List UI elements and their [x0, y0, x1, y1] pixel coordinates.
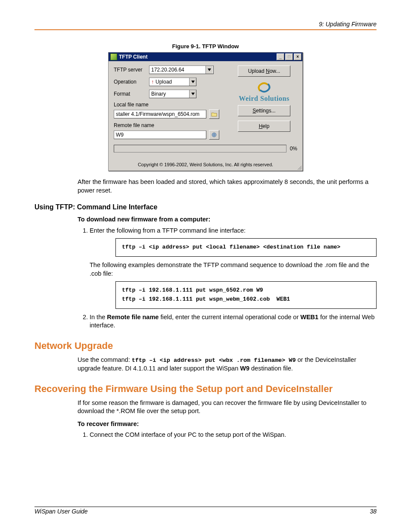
dropdown-arrow-icon[interactable]: [206, 66, 213, 74]
heading-recover-firmware: Recovering the Firmware Using the Setup …: [34, 383, 377, 395]
operation-value: Upload: [156, 79, 172, 85]
page-footer: WiSpan User Guide 38: [34, 507, 377, 515]
tftp-server-combo[interactable]: [149, 65, 214, 74]
titlebar[interactable]: TFTP Client _ □ ×: [109, 53, 302, 61]
help-button[interactable]: Help: [238, 121, 290, 132]
step2-c: field, enter the current internal operat…: [159, 314, 300, 320]
local-file-field[interactable]: [114, 110, 206, 118]
folder-open-icon: [211, 112, 217, 117]
svg-marker-2: [191, 93, 195, 95]
format-label: Format: [114, 91, 149, 97]
settings-button[interactable]: Settings...: [238, 105, 290, 116]
operation-label: Operation: [114, 79, 149, 85]
step-1-text: Enter the following from a TFTP command …: [90, 227, 246, 234]
copyright-text: Copyright © 1996-2002, Weird Solutions, …: [114, 162, 297, 167]
swirl-icon: [255, 81, 273, 94]
format-value: Binary: [149, 91, 189, 97]
vendor-name: Weird Solutions: [232, 95, 296, 103]
local-file-label: Local file name: [114, 102, 149, 108]
remote-file-field[interactable]: [114, 131, 206, 139]
window-title: TFTP Client: [119, 54, 147, 60]
svg-line-5: [299, 167, 302, 170]
progress-bar: [114, 145, 286, 152]
browse-local-button[interactable]: [209, 109, 219, 119]
footer-left: WiSpan User Guide: [34, 508, 88, 515]
progress-percent: 0%: [290, 146, 297, 152]
svg-marker-0: [208, 68, 211, 71]
footer-page-number: 38: [370, 508, 377, 515]
net-c: W9: [240, 365, 249, 372]
lead-download: To download new firmware from a computer…: [78, 215, 377, 224]
svg-line-6: [300, 168, 302, 170]
format-combo[interactable]: Binary: [149, 90, 196, 98]
close-button[interactable]: ×: [294, 53, 302, 60]
browse-remote-button[interactable]: [209, 130, 219, 140]
tftp-server-label: TFTP server: [114, 67, 149, 73]
header-rule: [34, 29, 377, 30]
paragraph-after-load: After the firmware has been loaded and s…: [78, 178, 377, 195]
footer-rule: [34, 507, 377, 507]
net-a: Use the command:: [78, 356, 132, 363]
dropdown-arrow-icon[interactable]: [189, 90, 196, 98]
subhead-cli: Using TFTP: Command Line Interface: [34, 203, 377, 211]
step-1: Enter the following from a TFTP command …: [90, 227, 377, 309]
step-2: In the Remote file name field, enter the…: [90, 313, 377, 330]
after-code-1: The following examples demonstrate the T…: [90, 261, 369, 277]
network-upgrade-paragraph: Use the command: tftp –i <ip address> pu…: [78, 356, 377, 373]
code-box-1: tftp –i <ip address> put <local filename…: [115, 238, 377, 257]
app-icon: [110, 53, 117, 60]
step2-b: Remote file name: [107, 314, 159, 320]
upload-arrow-icon: ↑: [151, 79, 154, 85]
lead-recover: To recover firmware:: [78, 420, 377, 429]
code-box-2: tftp –i 192.168.1.111 put wspn_6502.rom …: [115, 281, 377, 309]
minimize-button[interactable]: _: [277, 53, 284, 60]
upload-now-button[interactable]: Upload Now...: [238, 65, 290, 77]
globe-icon: [211, 132, 217, 137]
tftp-server-input[interactable]: [149, 66, 206, 74]
svg-marker-1: [191, 81, 195, 83]
recover-step-1: Connect the COM interface of your PC to …: [90, 431, 377, 439]
net-code: tftp –i <ip address> put <wbx .rom filen…: [132, 357, 296, 364]
step2-a: In the: [90, 314, 107, 320]
vendor-logo: Weird Solutions: [232, 81, 296, 103]
page-header: 9: Updating Firmware: [34, 21, 377, 29]
figure-caption: Figure 9-1. TFTP Window: [34, 43, 377, 50]
resize-grip-icon[interactable]: [296, 165, 302, 170]
net-d: destination file.: [249, 365, 293, 372]
operation-combo[interactable]: ↑ Upload: [149, 78, 196, 86]
heading-network-upgrade: Network Upgrade: [34, 340, 377, 352]
remote-file-label: Remote file name: [114, 122, 154, 128]
remote-file-input[interactable]: [114, 131, 205, 139]
tftp-client-window: TFTP Client _ □ × TFTP server Operation: [108, 52, 303, 171]
step2-d: WEB1: [300, 314, 318, 320]
maximize-button: □: [285, 53, 293, 60]
dropdown-arrow-icon[interactable]: [189, 78, 196, 86]
recover-paragraph: If for some reason the firmware is damag…: [78, 399, 377, 416]
local-file-input[interactable]: [114, 110, 205, 118]
